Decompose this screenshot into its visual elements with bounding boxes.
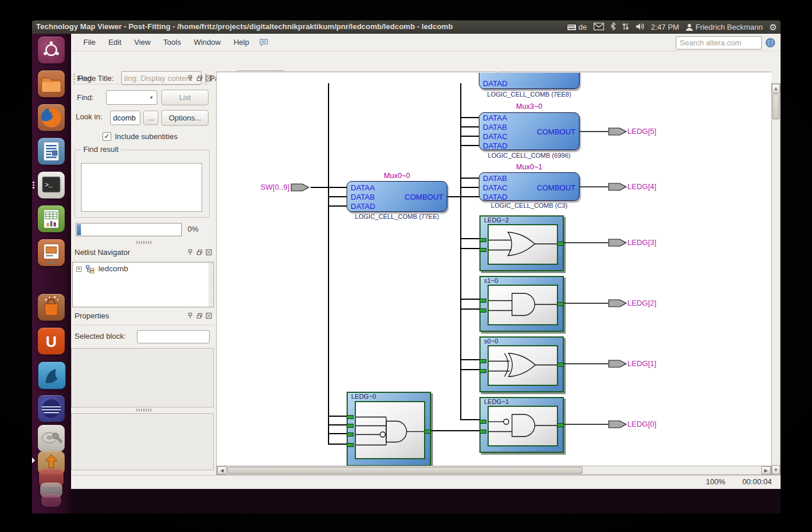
tree-expander-icon[interactable]: +: [76, 267, 82, 272]
include-subentities-checkbox[interactable]: ✓: [103, 132, 111, 141]
user-icon: [686, 23, 693, 31]
options-button[interactable]: Options...: [161, 110, 209, 126]
combo-dropdown-icon[interactable]: ▼: [146, 91, 157, 104]
gate-body: [488, 406, 558, 446]
feedback-bubble-icon[interactable]: [259, 38, 269, 47]
netlist-root-item[interactable]: ledcomb: [98, 264, 128, 273]
input-pin-sw[interactable]: SW[0..9]: [234, 183, 310, 191]
launcher-libreoffice-calc[interactable]: [38, 205, 65, 232]
launcher-eclipse[interactable]: [38, 395, 65, 422]
atom-block-ledg0[interactable]: LEDG~0: [347, 392, 431, 466]
menu-tools[interactable]: Tools: [157, 35, 187, 49]
user-menu[interactable]: Friedrich Beckmann: [686, 23, 763, 31]
output-pin-ledg4[interactable]: LEDG[4]: [608, 183, 656, 191]
menu-bar: File Edit View Tools Window Help: [71, 34, 781, 51]
pin-icon[interactable]: [186, 312, 193, 319]
netlist-tree[interactable]: + ledcomb: [72, 262, 214, 307]
search-input[interactable]: [676, 36, 762, 49]
launcher-ubuntu-one[interactable]: U: [38, 328, 65, 354]
launcher-libreoffice-writer[interactable]: [38, 138, 65, 165]
block-caption: LOGIC_CELL_COMB (6996): [479, 152, 580, 159]
look-in-input[interactable]: [110, 111, 140, 125]
horizontal-scrollbar[interactable]: ◀ ▶: [217, 466, 771, 475]
menu-file[interactable]: File: [77, 35, 102, 49]
pin-icon[interactable]: [186, 249, 193, 256]
gate-body: [488, 224, 558, 265]
atom-block-ledg2[interactable]: LEDG~2: [479, 215, 564, 271]
schematic-canvas[interactable]: DATAD LOGIC_CELL_COMB (7EE8) Mux3~0 DATA…: [217, 73, 771, 466]
menu-edit[interactable]: Edit: [102, 35, 128, 49]
find-result-list[interactable]: [81, 163, 202, 212]
close-icon[interactable]: [205, 249, 212, 256]
output-pin-ledg5[interactable]: LEDG[5]: [608, 127, 656, 136]
impress-icon: [38, 239, 65, 266]
launcher-disk-utility[interactable]: [38, 425, 65, 452]
atom-block-ledg1[interactable]: LEDG~1: [479, 397, 564, 453]
checkmark-icon: ✓: [104, 132, 110, 140]
output-pin-ledg0[interactable]: LEDG[0]: [608, 420, 656, 428]
divider: [73, 84, 212, 84]
scroll-up-icon[interactable]: ▲: [772, 84, 780, 93]
port-label: DATAD: [483, 193, 507, 202]
block-title: LEDG~2: [484, 217, 509, 224]
float-icon[interactable]: [196, 75, 203, 81]
launcher-libreoffice-impress[interactable]: [38, 239, 65, 266]
input-pad: [479, 308, 486, 313]
selected-block-input[interactable]: [137, 330, 210, 343]
horizontal-scroll-thumb[interactable]: [227, 467, 582, 474]
list-button[interactable]: List: [161, 90, 209, 105]
clock-label[interactable]: 2:47 PM: [651, 23, 679, 31]
scroll-left-icon[interactable]: ◀: [217, 466, 227, 474]
launcher-files[interactable]: [38, 70, 65, 97]
input-pad: [479, 299, 486, 303]
output-pin-ledg3[interactable]: LEDG[3]: [608, 239, 656, 247]
logic-cell-block-mux0-0[interactable]: DATAA DATAB DATAD COMBOUT: [347, 181, 447, 212]
find-combobox[interactable]: ▼: [106, 90, 157, 105]
float-icon[interactable]: [196, 249, 203, 256]
bluetooth-indicator-icon[interactable]: [610, 22, 616, 32]
close-icon[interactable]: [205, 75, 212, 81]
float-icon[interactable]: [196, 312, 203, 319]
output-pin-icon: [608, 299, 627, 307]
scroll-down-icon[interactable]: ▼: [772, 465, 780, 474]
launcher-software-center[interactable]: [38, 294, 65, 321]
output-pin-ledg2[interactable]: LEDG[2]: [608, 299, 656, 307]
launcher-wireshark[interactable]: [38, 361, 66, 389]
launcher-terminal[interactable]: >_: [38, 172, 65, 198]
logic-cell-block-mux0-1[interactable]: DATAB DATAC DATAD COMBOUT: [479, 172, 580, 201]
port-label: COMBOUT: [405, 193, 443, 202]
mail-indicator-icon[interactable]: [594, 23, 604, 32]
session-gear-icon[interactable]: ⚙: [769, 22, 777, 33]
panel-splitter-handle[interactable]: [136, 409, 151, 412]
menu-window[interactable]: Window: [188, 35, 227, 49]
globe-icon[interactable]: [765, 38, 775, 48]
port-label: COMBOUT: [537, 183, 576, 193]
gate-body: [488, 285, 558, 325]
browse-button[interactable]: ...: [143, 111, 158, 125]
menu-help[interactable]: Help: [227, 35, 256, 49]
pin-icon[interactable]: [186, 75, 193, 81]
close-icon[interactable]: [205, 312, 212, 319]
volume-indicator-icon[interactable]: [636, 23, 645, 32]
launcher-firefox[interactable]: [38, 104, 65, 131]
vertical-scrollbar[interactable]: ▲ ▼: [771, 83, 781, 475]
menu-view[interactable]: View: [128, 35, 157, 49]
logic-cell-block-mux3-0[interactable]: DATAA DATAB DATAC DATAD COMBOUT: [479, 112, 580, 150]
vertical-scroll-thumb[interactable]: [772, 94, 779, 119]
netlist-navigator-title: Netlist Navigator: [75, 248, 130, 257]
atom-block-s1-0[interactable]: s1~0: [479, 276, 564, 332]
launcher-ubuntu-dash[interactable]: [38, 37, 65, 63]
disk-wrench-icon: [38, 425, 65, 452]
atom-block-s0-0[interactable]: s0~0: [479, 336, 564, 392]
network-indicator-icon[interactable]: [622, 23, 629, 32]
svg-text:U: U: [46, 333, 57, 350]
output-pin-ledg1[interactable]: LEDG[1]: [608, 360, 656, 368]
output-pin-icon: [608, 420, 627, 428]
tree-scrollbar[interactable]: [209, 263, 213, 306]
find-panel-controls: [186, 75, 212, 81]
logic-cell-block-partial[interactable]: DATAD: [479, 73, 580, 89]
panel-splitter-handle[interactable]: [136, 241, 151, 244]
launcher-stacked-app-3[interactable]: [41, 494, 61, 507]
scroll-right-icon[interactable]: ▶: [761, 466, 771, 474]
keyboard-indicator-icon[interactable]: de: [567, 23, 587, 31]
